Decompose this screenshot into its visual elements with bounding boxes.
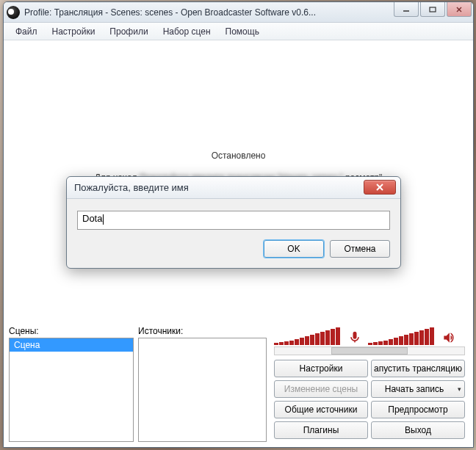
button-grid: Настройки апустить трансляцию Изменение … (274, 360, 465, 439)
dialog-title-text: Пожалуйста, введите имя (74, 182, 189, 193)
scene-item[interactable]: Сцена (10, 338, 133, 352)
name-input-value: Dota (82, 213, 102, 224)
menu-scene-sets[interactable]: Набор сцен (157, 25, 217, 38)
titlebar[interactable]: Profile: Трансляция - Scenes: scenes - O… (4, 2, 473, 23)
status-stopped: Остановлено (4, 150, 472, 161)
svg-rect-1 (430, 7, 436, 12)
volume-scrollbar[interactable] (274, 346, 465, 355)
minimize-button[interactable] (394, 2, 419, 17)
settings-button[interactable]: Настройки (274, 360, 368, 377)
app-icon (7, 6, 20, 19)
preview-button[interactable]: Предпросмотр (371, 401, 465, 418)
menubar: Файл Настройки Профили Набор сцен Помощь (4, 23, 473, 40)
edit-scene-button[interactable]: Изменение сцены (274, 380, 368, 398)
scenes-listbox[interactable]: Сцена (9, 338, 134, 442)
menu-file[interactable]: Файл (10, 25, 43, 38)
maximize-button[interactable] (420, 2, 445, 17)
window-controls (392, 2, 472, 17)
cancel-button[interactable]: Отмена (330, 240, 390, 258)
ok-button[interactable]: OK (264, 240, 324, 258)
name-input-dialog: Пожалуйста, введите имя Dota OK Отмена (66, 176, 401, 269)
window-title: Profile: Трансляция - Scenes: scenes - O… (24, 7, 316, 18)
audio-meters (274, 326, 468, 345)
sources-listbox[interactable] (138, 338, 267, 442)
close-button[interactable] (447, 2, 472, 17)
global-sources-button[interactable]: Общие источники (274, 401, 368, 418)
menu-profiles[interactable]: Профили (104, 25, 154, 38)
start-stream-button[interactable]: апустить трансляцию (371, 360, 465, 377)
bottom-panel: Сцены: Сцена Источники: (9, 326, 468, 442)
name-input[interactable]: Dota (77, 211, 390, 230)
mic-meter (274, 327, 340, 345)
speaker-icon[interactable] (441, 330, 456, 345)
dialog-titlebar[interactable]: Пожалуйста, введите имя (67, 177, 400, 199)
sources-label: Источники: (138, 326, 267, 336)
speaker-meter (368, 327, 434, 345)
plugins-button[interactable]: Плагины (274, 421, 368, 439)
exit-button[interactable]: Выход (371, 421, 465, 439)
microphone-icon[interactable] (347, 330, 362, 345)
dialog-close-button[interactable] (364, 180, 396, 195)
menu-settings[interactable]: Настройки (46, 25, 101, 38)
text-caret (103, 214, 104, 225)
start-record-button[interactable]: Начать запись (371, 380, 465, 398)
menu-help[interactable]: Помощь (220, 25, 265, 38)
scenes-label: Сцены: (9, 326, 134, 336)
